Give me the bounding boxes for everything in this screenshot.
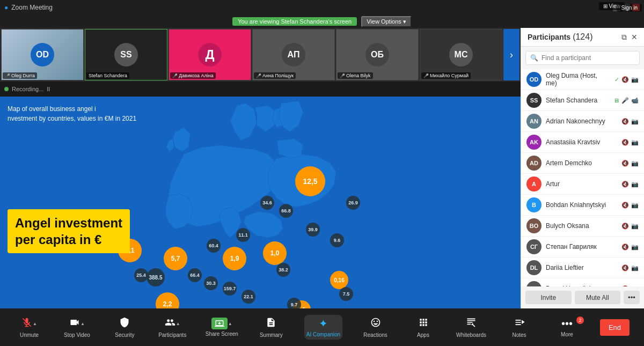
thumb-name-olena: 🎤 Olena Bilyk xyxy=(338,72,373,79)
thumb-name-mykhailo: 🎤 Михайло Сурмай xyxy=(421,72,471,79)
ai-companion-button[interactable]: ✦ AI Companion xyxy=(304,315,342,340)
shared-screen: Map of overall business angel i nvestmen… xyxy=(0,97,521,308)
apps-icon xyxy=(418,317,429,330)
participant-name: Bulych Oksana xyxy=(546,222,617,230)
thumb-name-oleg: 🎤 Oleg Durra xyxy=(3,72,37,79)
bubble-34-6: 34.6 xyxy=(260,196,274,210)
avatar: B xyxy=(526,197,541,212)
search-box: 🔍 xyxy=(525,51,640,65)
sidebar-header: Participants (124) ⧉ ✕ xyxy=(521,28,644,47)
notes-button[interactable]: Notes xyxy=(504,317,534,338)
share-screen-button[interactable]: ▲ Share Screen xyxy=(206,318,238,337)
recording-bar: Recording... II xyxy=(0,82,521,97)
unmute-button[interactable]: ▲ Unmute xyxy=(14,317,44,338)
app-title: Zoom Meeting xyxy=(11,4,53,11)
avatar: OD xyxy=(526,72,541,87)
participant-name: Bohdan Kniahnytskyi xyxy=(546,201,617,209)
whiteboards-label: Whiteboards xyxy=(456,332,486,338)
video-off-icon: 📷 xyxy=(631,181,639,188)
apps-button[interactable]: Apps xyxy=(408,317,438,338)
more-button[interactable]: ••• 2 More xyxy=(552,318,582,337)
avatar: AD xyxy=(526,156,541,171)
mic-muted-icon: 🔇 xyxy=(621,202,629,209)
summary-icon xyxy=(266,317,276,330)
bubble-38-2: 38.2 xyxy=(276,263,290,277)
list-item: BO Bulych Oksana 🔇 📷 xyxy=(521,216,644,237)
bubble-1-0: 1,0 xyxy=(263,241,287,265)
video-off-icon: 📷 xyxy=(631,244,639,251)
screen-share-icon: 🖥 xyxy=(613,97,619,104)
avatar: СГ xyxy=(526,239,541,254)
avatar: AN xyxy=(526,114,541,129)
list-item: AK Anastasiia Kravtsiv 🔇 📷 xyxy=(521,132,644,153)
video-off-icon: 📷 xyxy=(631,139,639,146)
whiteboards-button[interactable]: Whiteboards xyxy=(456,317,486,338)
share-screen-label: Share Screen xyxy=(206,331,238,337)
avatar: BO xyxy=(526,218,541,233)
reactions-icon xyxy=(370,317,381,330)
popout-icon[interactable]: ⧉ xyxy=(621,33,627,42)
recording-controls[interactable]: II xyxy=(47,86,50,92)
share-caret[interactable]: ▲ xyxy=(228,321,232,326)
mute-all-button[interactable]: Mute All xyxy=(575,291,621,304)
next-participant-button[interactable]: › xyxy=(503,29,519,80)
notification-bar: You are viewing Stefan Schandera's scree… xyxy=(0,15,644,28)
sidebar-footer: Invite Mute All ••• xyxy=(521,286,644,308)
thumb-name-anna: 🎤 Анна Поліщук xyxy=(254,72,296,79)
invite-button[interactable]: Invite xyxy=(525,291,572,304)
participant-name: Степан Гавриляк xyxy=(546,243,617,251)
list-item: B Bohdan Kniahnytskyi 🔇 📷 xyxy=(521,195,644,216)
slide-title: Map of overall business angel i nvestmen… xyxy=(8,104,136,123)
search-icon: 🔍 xyxy=(530,54,538,62)
search-input[interactable] xyxy=(541,54,635,62)
participant-name: Anastasiia Kravtsiv xyxy=(546,138,617,146)
thumb-anna: АП 🎤 Анна Поліщук xyxy=(252,29,335,80)
more-sidebar-button[interactable]: ••• xyxy=(624,291,640,304)
zoom-icon: ● xyxy=(4,4,8,11)
thumb-stefan: SS Stefan Schandera xyxy=(85,29,167,80)
bubble-0-16: 0,16 xyxy=(330,271,348,289)
video-icon xyxy=(69,317,80,330)
close-sidebar-icon[interactable]: ✕ xyxy=(631,33,638,42)
participants-caret[interactable]: ▲ xyxy=(176,321,180,326)
avatar: SS xyxy=(526,93,541,108)
bubble-12-5: 12,5 xyxy=(295,166,325,196)
participants-label: Participants xyxy=(158,332,186,338)
bubble-39-9: 39.9 xyxy=(306,223,320,237)
reactions-button[interactable]: Reactions xyxy=(361,317,390,338)
video-off-icon: 📷 xyxy=(631,160,639,167)
bubble-388-5: 388.5 xyxy=(147,268,165,286)
stop-video-button[interactable]: ▲ Stop Video xyxy=(62,317,92,338)
participant-icons: ✓ 🔇 📷 xyxy=(614,76,639,83)
unmute-label: Unmute xyxy=(20,332,39,338)
bubble-26-9: 26.9 xyxy=(346,196,360,210)
bubble-66-8: 66.8 xyxy=(279,204,293,218)
bubble-11-1: 11.1 xyxy=(236,228,250,242)
participants-icon xyxy=(165,317,175,330)
apps-label: Apps xyxy=(417,332,429,338)
video-off-icon: 📷 xyxy=(631,264,639,271)
video-off-icon: 📷 xyxy=(631,76,639,83)
participant-name: Dariia Lieftier xyxy=(546,264,617,271)
unmute-caret[interactable]: ▲ xyxy=(33,321,37,326)
bubble-9-7: 9.7 xyxy=(287,298,301,308)
thumb-olena: ОБ 🎤 Olena Bilyk xyxy=(336,29,419,80)
end-button[interactable]: End xyxy=(600,319,630,336)
summary-button[interactable]: Summary xyxy=(257,317,286,338)
recording-label: Recording... xyxy=(12,86,43,92)
toolbar: ▲ Unmute ▲ Stop Video Security ▲ Partici… xyxy=(0,308,644,346)
participants-button[interactable]: ▲ Participants xyxy=(158,317,187,338)
whiteboards-icon xyxy=(466,317,477,330)
list-item: A Artur 🔇 📷 xyxy=(521,174,644,195)
video-caret[interactable]: ▲ xyxy=(80,321,85,326)
security-button[interactable]: Security xyxy=(110,317,140,338)
thumb-name-davykoza: 🎤 Давикоза Аліна xyxy=(170,72,216,79)
view-options-button[interactable]: View Options ▾ xyxy=(361,16,412,27)
sidebar-title: Participants xyxy=(528,33,570,41)
participant-icons: 🖥 🎤 📹 xyxy=(613,97,639,104)
participant-name: Oleg Duma (Host, me) xyxy=(546,72,610,87)
mic-muted-icon: 🔇 xyxy=(621,223,629,230)
thumb-mykhailo: МС 🎤 Михайло Сурмай xyxy=(420,29,502,80)
avatar: DL xyxy=(526,260,541,275)
mic-active-icon: 🎤 xyxy=(621,97,629,104)
